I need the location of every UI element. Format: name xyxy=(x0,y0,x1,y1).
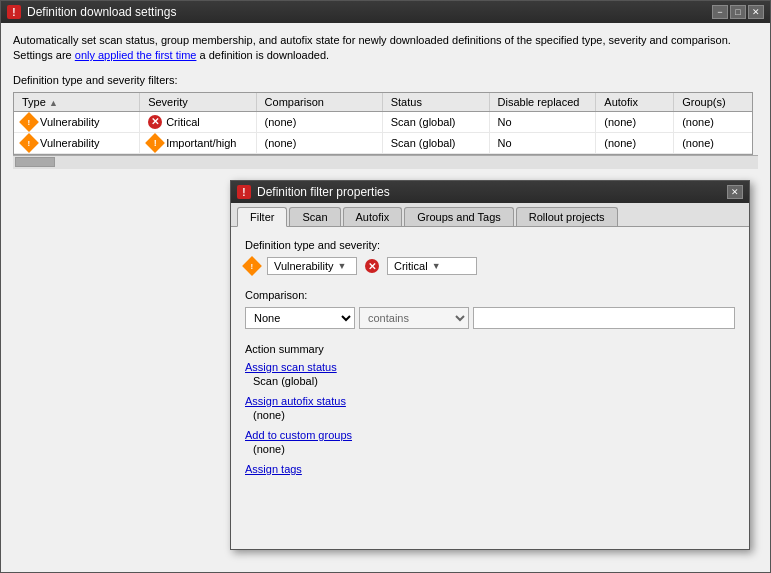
groups-value: (none) xyxy=(253,443,735,455)
autofix-value: (none) xyxy=(253,409,735,421)
comparison-text-input[interactable] xyxy=(473,307,735,329)
main-window-title: Definition download settings xyxy=(27,5,706,19)
table-row[interactable]: ! Vulnerability ✕ Critical (none) Scan (… xyxy=(14,112,752,133)
col-header-groups[interactable]: Group(s) xyxy=(674,93,752,111)
cell-comparison-2: (none) xyxy=(257,133,383,153)
description-only-link[interactable]: only applied the first time xyxy=(75,49,197,61)
col-header-status[interactable]: Status xyxy=(383,93,490,111)
close-button[interactable]: ✕ xyxy=(748,5,764,19)
dialog-critical-icon: ✕ xyxy=(365,259,379,273)
sort-arrow-type: ▲ xyxy=(49,98,58,108)
comparison-row: Comparison: None contains xyxy=(245,289,735,329)
tab-scan[interactable]: Scan xyxy=(289,207,340,226)
cell-groups-1: (none) xyxy=(674,112,752,132)
description-line1: Automatically set scan status, group mem… xyxy=(13,34,731,46)
maximize-button[interactable]: □ xyxy=(730,5,746,19)
scrollbar-thumb[interactable] xyxy=(15,157,55,167)
dialog-title: Definition filter properties xyxy=(257,185,721,199)
col-header-severity[interactable]: Severity xyxy=(140,93,256,111)
assign-tags-link[interactable]: Assign tags xyxy=(245,463,735,475)
comparison-select[interactable]: None xyxy=(245,307,355,329)
cell-type-2: ! Vulnerability xyxy=(14,133,140,153)
add-custom-groups-link[interactable]: Add to custom groups xyxy=(245,429,735,441)
def-type-severity-label: Definition type and severity: xyxy=(245,239,735,251)
assign-autofix-status-link[interactable]: Assign autofix status xyxy=(245,395,735,407)
main-window-icon: ! xyxy=(7,5,21,19)
dialog-vuln-icon: ! xyxy=(242,256,262,276)
dialog-title-bar: ! Definition filter properties ✕ xyxy=(231,181,749,203)
contains-select[interactable]: contains xyxy=(359,307,469,329)
tab-rollout-projects[interactable]: Rollout projects xyxy=(516,207,618,226)
assign-scan-status-link[interactable]: Assign scan status xyxy=(245,361,735,373)
type-dropdown-arrow: ▼ xyxy=(338,261,347,271)
cell-disable-2: No xyxy=(490,133,597,153)
comparison-label: Comparison: xyxy=(245,289,735,301)
type-dropdown[interactable]: Vulnerability ▼ xyxy=(267,257,357,275)
cell-disable-1: No xyxy=(490,112,597,132)
dialog-window: ! Definition filter properties ✕ Filter … xyxy=(230,180,750,550)
cell-status-2: Scan (global) xyxy=(383,133,490,153)
scan-value: Scan (global) xyxy=(253,375,735,387)
definitions-table: Type ▲ Severity Comparison Status Disabl… xyxy=(13,92,753,155)
dialog-close-button[interactable]: ✕ xyxy=(727,185,743,199)
col-header-type[interactable]: Type ▲ xyxy=(14,93,140,111)
description: Automatically set scan status, group mem… xyxy=(13,33,758,64)
table-header: Type ▲ Severity Comparison Status Disabl… xyxy=(14,93,752,112)
dialog-content: Filter Scan Autofix Groups and Tags Roll… xyxy=(231,203,749,549)
table-row[interactable]: ! Vulnerability ! Important/high (none) … xyxy=(14,133,752,154)
main-content: Automatically set scan status, group mem… xyxy=(1,23,770,179)
cell-status-1: Scan (global) xyxy=(383,112,490,132)
description-line2: Settings are only applied the first time… xyxy=(13,49,329,61)
cell-autofix-1: (none) xyxy=(596,112,674,132)
horizontal-scrollbar[interactable] xyxy=(13,155,758,169)
vuln-icon-2: ! xyxy=(19,133,39,153)
action-summary-label: Action summary xyxy=(245,343,735,355)
col-header-autofix[interactable]: Autofix xyxy=(596,93,674,111)
cell-comparison-1: (none) xyxy=(257,112,383,132)
def-type-row: ! Vulnerability ▼ ✕ Critical ▼ xyxy=(245,257,735,275)
cell-severity-1: ✕ Critical xyxy=(140,112,256,132)
dialog-inner: Definition type and severity: ! Vulnerab… xyxy=(231,227,749,549)
comparison-inputs: None contains xyxy=(245,307,735,329)
cell-autofix-2: (none) xyxy=(596,133,674,153)
severity-dropdown-arrow: ▼ xyxy=(432,261,441,271)
col-header-comparison[interactable]: Comparison xyxy=(257,93,383,111)
cell-groups-2: (none) xyxy=(674,133,752,153)
tab-autofix[interactable]: Autofix xyxy=(343,207,403,226)
main-title-bar: ! Definition download settings − □ ✕ xyxy=(1,1,770,23)
title-bar-buttons: − □ ✕ xyxy=(712,5,764,19)
minimize-button[interactable]: − xyxy=(712,5,728,19)
section-label: Definition type and severity filters: xyxy=(13,74,758,86)
important-icon-2: ! xyxy=(145,133,165,153)
critical-icon-1: ✕ xyxy=(148,115,162,129)
col-header-disable[interactable]: Disable replaced xyxy=(490,93,597,111)
tab-bar: Filter Scan Autofix Groups and Tags Roll… xyxy=(231,203,749,227)
tab-groups-and-tags[interactable]: Groups and Tags xyxy=(404,207,514,226)
severity-dropdown[interactable]: Critical ▼ xyxy=(387,257,477,275)
vuln-icon-1: ! xyxy=(19,112,39,132)
dialog-icon: ! xyxy=(237,185,251,199)
tab-filter[interactable]: Filter xyxy=(237,207,287,227)
cell-type-1: ! Vulnerability xyxy=(14,112,140,132)
cell-severity-2: ! Important/high xyxy=(140,133,256,153)
